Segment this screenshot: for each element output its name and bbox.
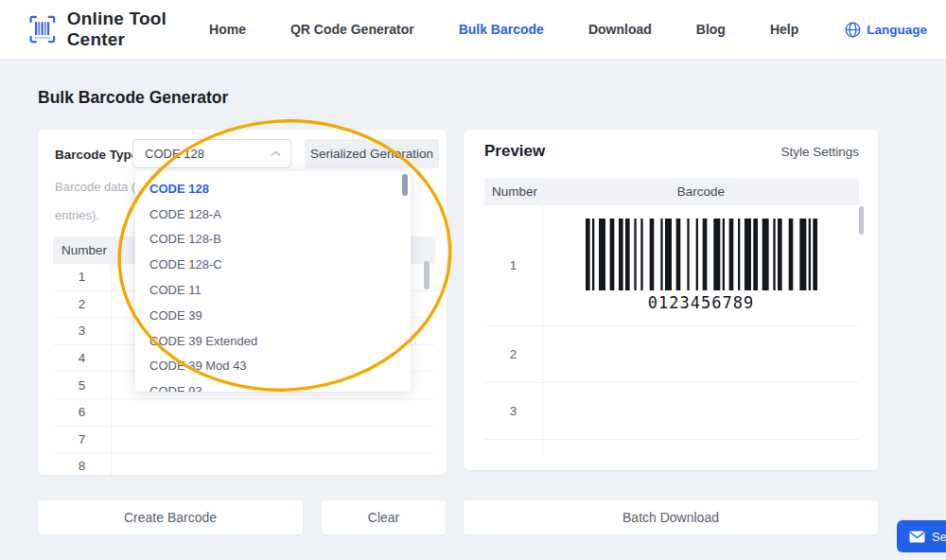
row-number: 1 [53, 264, 112, 290]
preview-table: Number Barcode 1 0123456789 2 3 [484, 178, 859, 454]
preview-row-number: 3 [484, 383, 543, 439]
preview-barcode-cell: 0123456789 [543, 205, 859, 325]
envelope-icon [909, 531, 925, 543]
preview-row: 1 0123456789 [484, 205, 859, 326]
dropdown-option-code-128-c[interactable]: CODE 128-C [135, 252, 411, 277]
preview-barcode-cell [543, 383, 859, 439]
table-row[interactable]: 6 [53, 399, 435, 427]
table-row[interactable]: 8 [53, 453, 435, 475]
nav-item-home[interactable]: Home [209, 22, 246, 37]
create-barcode-button[interactable]: Create Barcode [38, 500, 303, 534]
nav-item-help[interactable]: Help [770, 22, 798, 37]
barcode-type-select[interactable]: CODE 128 [132, 139, 291, 168]
page-title: Bulk Barcode Generator [38, 88, 228, 108]
bulk-barcode-generator-page: Online Tool Center Home QR Code Generato… [0, 0, 946, 560]
preview-barcode-header: Barcode [543, 184, 859, 199]
preview-row-number [484, 440, 543, 454]
preview-row: 2 [484, 326, 859, 383]
row-number: 7 [53, 427, 112, 453]
dropdown-option-code-128[interactable]: CODE 128 [135, 176, 411, 201]
row-number: 3 [53, 318, 112, 344]
preview-title: Preview [484, 142, 545, 161]
preview-number-header: Number [484, 184, 543, 199]
nav-item-bulk-barcode[interactable]: Bulk Barcode [459, 22, 544, 37]
dropdown-option-code-39-extended[interactable]: CODE 39 Extended [135, 328, 411, 354]
row-data-cell[interactable] [112, 399, 435, 426]
brand-logo[interactable]: Online Tool Center [28, 9, 209, 50]
barcode-value-text: 0123456789 [648, 293, 754, 312]
number-column-header: Number [53, 243, 107, 257]
dropdown-option-code-39[interactable]: CODE 39 [135, 303, 411, 328]
nav-item-download[interactable]: Download [588, 22, 652, 37]
preview-row [484, 440, 859, 454]
row-number: 8 [53, 453, 112, 475]
style-settings-link[interactable]: Style Settings [780, 145, 859, 159]
serialized-generation-button[interactable]: Serialized Generation [305, 139, 439, 168]
barcode-image: 0123456789 [586, 219, 817, 312]
barcode-bars [586, 219, 817, 290]
nav-item-qr-code-generator[interactable]: QR Code Generator [290, 22, 414, 37]
barcode-data-placeholder-line2: entries). [55, 208, 99, 222]
data-table-scrollbar[interactable] [424, 261, 429, 289]
clear-button[interactable]: Clear [322, 500, 446, 534]
dropdown-option-code-39-mod-43[interactable]: CODE 39 Mod 43 [135, 354, 411, 379]
dropdown-option-code-128-a[interactable]: CODE 128-A [135, 201, 411, 227]
preview-row: 3 [484, 383, 859, 440]
table-row[interactable]: 7 [53, 427, 435, 454]
batch-download-button[interactable]: Batch Download [464, 500, 878, 534]
nav-item-blog[interactable]: Blog [696, 22, 726, 37]
row-data-cell[interactable] [112, 427, 435, 453]
preview-barcode-cell [543, 326, 859, 382]
brand-name: Online Tool Center [67, 9, 209, 50]
dropdown-scrollbar[interactable] [402, 174, 408, 196]
main-nav: Home QR Code Generator Bulk Barcode Down… [209, 22, 927, 38]
barcode-type-dropdown: CODE 128 CODE 128-A CODE 128-B CODE 128-… [135, 171, 411, 392]
language-label: Language [867, 23, 927, 37]
preview-barcode-cell [543, 440, 859, 454]
globe-icon [845, 22, 861, 38]
barcode-type-label: Barcode Type [55, 148, 138, 162]
feedback-button[interactable]: Ser [897, 520, 946, 552]
row-data-cell[interactable] [112, 453, 435, 475]
language-selector[interactable]: Language [845, 22, 927, 38]
feedback-label: Ser [932, 530, 946, 544]
preview-row-number: 1 [484, 205, 543, 325]
barcode-type-value: CODE 128 [145, 147, 271, 161]
preview-row-number: 2 [484, 326, 543, 382]
row-number: 2 [53, 291, 112, 318]
preview-panel: Preview Style Settings Number Barcode 1 … [464, 130, 878, 470]
row-number: 5 [53, 372, 112, 398]
chevron-up-icon [271, 150, 281, 157]
dropdown-option-code-93[interactable]: CODE 93 [135, 378, 411, 392]
top-navigation-bar: Online Tool Center Home QR Code Generato… [0, 0, 946, 60]
preview-table-scrollbar[interactable] [859, 206, 864, 235]
barcode-data-placeholder-line1: Barcode data (o [55, 180, 143, 194]
row-number: 4 [53, 345, 112, 372]
barcode-logo-icon [28, 12, 57, 46]
preview-table-header: Number Barcode [484, 178, 859, 205]
dropdown-option-code-128-b[interactable]: CODE 128-B [135, 227, 411, 253]
row-number: 6 [53, 399, 112, 426]
dropdown-option-code-11[interactable]: CODE 11 [135, 277, 411, 303]
